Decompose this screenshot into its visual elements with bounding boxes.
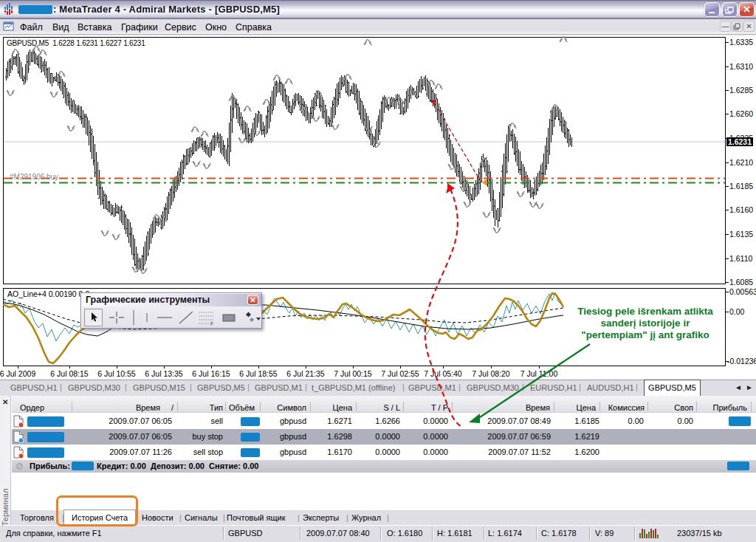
- svg-text:"pertempiam" jį ant grafiko: "pertempiam" jį ant grafiko: [581, 329, 709, 340]
- svg-text:sanderį istorijoje ir: sanderį istorijoje ir: [601, 318, 691, 329]
- svg-text:Tiesiog pele išrenkam atlikta: Tiesiog pele išrenkam atlikta: [577, 306, 713, 317]
